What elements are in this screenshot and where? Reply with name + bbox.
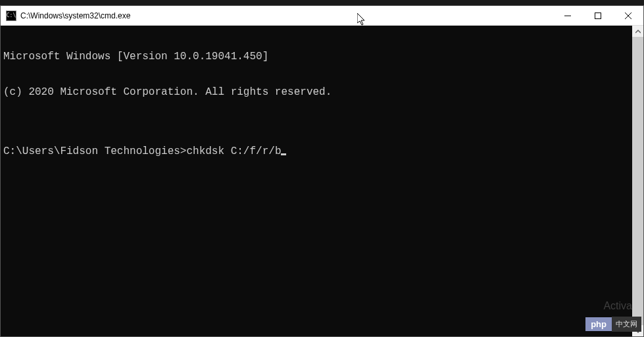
close-button[interactable] <box>613 6 643 25</box>
minimize-button[interactable] <box>553 6 583 25</box>
window-title: C:\Windows\system32\cmd.exe <box>20 11 553 20</box>
prompt-line: C:\Users\Fidson Technologies>chkdsk C:/f… <box>3 145 630 157</box>
terminal-line: (c) 2020 Microsoft Corporation. All righ… <box>3 86 630 98</box>
maximize-icon <box>595 13 601 19</box>
cmd-window: C:\ C:\Windows\system32\cmd.exe Microsof… <box>0 5 644 337</box>
window-controls <box>553 6 643 25</box>
titlebar[interactable]: C:\ C:\Windows\system32\cmd.exe <box>1 6 643 26</box>
scroll-up-button[interactable] <box>632 26 643 37</box>
vertical-scrollbar[interactable] <box>632 26 643 336</box>
text-cursor <box>281 153 286 155</box>
maximize-button[interactable] <box>583 6 613 25</box>
watermark-cn-label: 中文网 <box>612 317 641 332</box>
terminal-output[interactable]: Microsoft Windows [Version 10.0.19041.45… <box>1 26 632 336</box>
scroll-thumb[interactable] <box>632 37 643 325</box>
chevron-up-icon <box>635 29 641 34</box>
scroll-track[interactable] <box>632 37 643 325</box>
terminal-line: Microsoft Windows [Version 10.0.19041.45… <box>3 51 630 63</box>
svg-rect-1 <box>595 13 601 18</box>
prompt-text: C:\Users\Fidson Technologies> <box>3 145 186 157</box>
command-input[interactable]: chkdsk C:/f/r/b <box>186 145 281 157</box>
close-icon <box>625 13 632 19</box>
activate-windows-watermark: Activa <box>603 300 632 312</box>
content-area: Microsoft Windows [Version 10.0.19041.45… <box>1 26 643 336</box>
cmd-icon: C:\ <box>6 11 16 21</box>
watermark-php-label: php <box>585 317 612 331</box>
php-watermark: php 中文网 <box>585 316 641 332</box>
minimize-icon <box>564 13 571 19</box>
